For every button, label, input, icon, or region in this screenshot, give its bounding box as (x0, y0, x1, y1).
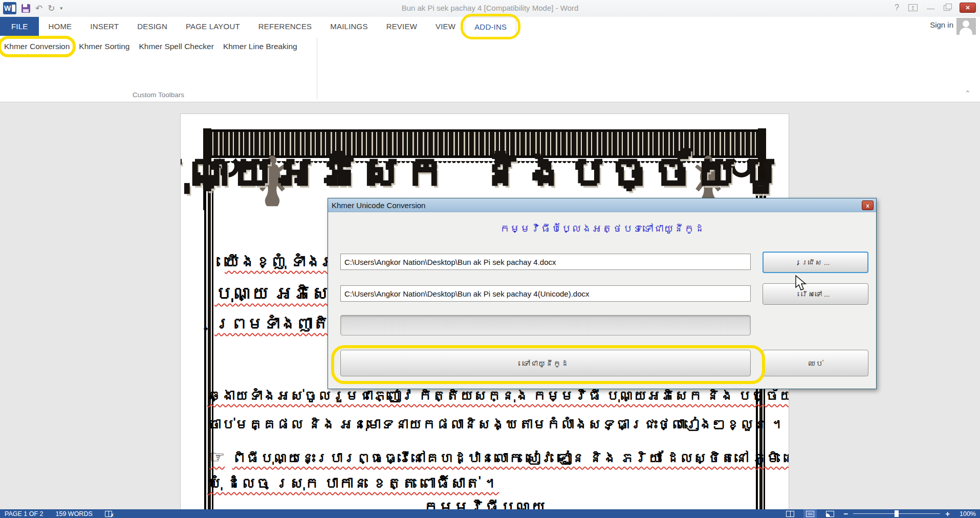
mouse-cursor (795, 275, 808, 291)
convert-to-unicode-button[interactable]: ទៅជាយូនីកូដ (340, 350, 751, 376)
dialog-heading: កម្មវិធីបំប្លែងអត្ថបទទៅជាយូនីកូដ (328, 223, 876, 235)
status-bar: PAGE 1 OF 2 159 WORDS ✗ − + 100% (0, 509, 980, 518)
document-section-heading: កម្មវិធីបុណ្យ (181, 499, 789, 509)
minimize-icon[interactable]: — (927, 4, 934, 12)
ribbon-tab-row: FILE HOME INSERT DESIGN PAGE LAYOUT REFE… (0, 17, 980, 36)
tab-design[interactable]: DESIGN (128, 17, 177, 36)
restore-icon[interactable] (944, 5, 950, 11)
ribbon-display-options-icon[interactable]: ↥ (908, 4, 918, 11)
document-title-word2: និងបច្ច័យបួន (480, 148, 789, 197)
page-indicator[interactable]: PAGE 1 OF 2 (5, 510, 43, 517)
tab-insert[interactable]: INSERT (81, 17, 128, 36)
ribbon-add-ins-panel: Khmer Conversion Khmer Sorting Khmer Spe… (0, 36, 980, 102)
custom-toolbar-buttons: Khmer Conversion Khmer Sorting Khmer Spe… (3, 40, 298, 53)
tab-page-layout[interactable]: PAGE LAYOUT (177, 17, 249, 36)
khmer-conversion-label: Khmer Conversion (4, 42, 70, 51)
print-layout-button[interactable] (803, 509, 817, 518)
tab-view[interactable]: VIEW (426, 17, 465, 36)
document-text-line: ចាប់មគ្គផល និង អនុមោទនាយកផលានិសង្ឃតាមកំល… (207, 417, 786, 433)
tab-home[interactable]: HOME (39, 17, 81, 36)
dialog-close-icon[interactable]: x (862, 200, 874, 210)
web-layout-button[interactable] (823, 509, 837, 518)
document-ornate-title: បុណ្យអភិសេក និងបច្ច័យបួន (222, 148, 748, 197)
source-file-input[interactable] (340, 254, 751, 270)
sign-in-link[interactable]: Sign in (930, 20, 953, 29)
pointing-hand-icon: ☞ (209, 447, 225, 466)
khmer-sorting-button[interactable]: Khmer Sorting (78, 40, 130, 53)
zoom-level[interactable]: 100% (956, 510, 976, 517)
tab-mailings[interactable]: MAILINGS (321, 17, 377, 36)
dialog-title: Khmer Unicode Conversion (332, 201, 425, 210)
conversion-progress-bar (340, 315, 751, 335)
word-count[interactable]: 159 WORDS (56, 510, 93, 517)
tab-add-ins-label: ADD-INS (474, 22, 507, 31)
ribbon-group-label: Custom Toolbars (0, 91, 317, 99)
tab-references[interactable]: REFERENCES (249, 17, 321, 36)
tab-add-ins[interactable]: ADD-INS (465, 17, 516, 36)
zoom-slider[interactable] (853, 513, 940, 514)
zoom-in-button[interactable]: + (945, 509, 950, 518)
khmer-line-breaking-button[interactable]: Khmer Line Breaking (222, 40, 298, 53)
zoom-slider-thumb[interactable] (895, 510, 899, 517)
document-text-line: ឆ្ងាយទាំងអស់ចូលរួមជាភ្ញៀវ កិត្តិយសក្នុង … (207, 388, 789, 404)
proofing-errors-icon[interactable]: ✗ (105, 511, 112, 517)
khmer-conversion-button[interactable]: Khmer Conversion (3, 40, 71, 53)
tab-review[interactable]: REVIEW (377, 17, 426, 36)
khmer-spell-checker-button[interactable]: Khmer Spell Checker (138, 40, 214, 53)
khmer-unicode-conversion-dialog: Khmer Unicode Conversion x កម្មវិធីបំប្ល… (328, 198, 877, 389)
read-mode-button[interactable] (783, 509, 797, 518)
document-title-word1: បុណ្យអភិសេក (180, 148, 446, 197)
browse-target-button[interactable]: រើសទៅ ... (763, 283, 868, 305)
window-title: Bun ak Pi sek pachay 4 [Compatibility Mo… (0, 4, 980, 12)
document-text-line: ឃុំ ដំលេច ស្រុក បាកាន ខេត្ត ពោធិ៍សាត់ ។ (207, 475, 499, 492)
user-avatar[interactable] (956, 18, 976, 35)
title-bar: W ↶ ↻ ▾ Bun ak Pi sek pachay 4 [Compatib… (0, 0, 980, 17)
help-icon[interactable]: ? (895, 3, 899, 12)
ribbon-group-separator (317, 38, 317, 99)
document-text-line: ☞ពិធីបុណ្យនេះប្រារព្ធធ្វើនៅគេហដ្ឋានលោក ស… (209, 446, 789, 467)
close-icon[interactable]: ✕ (960, 3, 976, 13)
cancel-button[interactable]: ឈប់ (763, 350, 868, 376)
window-controls: ? ↥ — ✕ (895, 3, 976, 13)
dialog-title-bar[interactable]: Khmer Unicode Conversion x (328, 198, 876, 212)
target-file-input[interactable] (340, 285, 751, 302)
tab-file[interactable]: FILE (0, 17, 39, 36)
browse-source-button[interactable]: ជ្រើស ... (763, 252, 868, 273)
zoom-out-button[interactable]: − (843, 509, 848, 518)
collapse-ribbon-icon[interactable]: ⌃ (964, 89, 971, 98)
